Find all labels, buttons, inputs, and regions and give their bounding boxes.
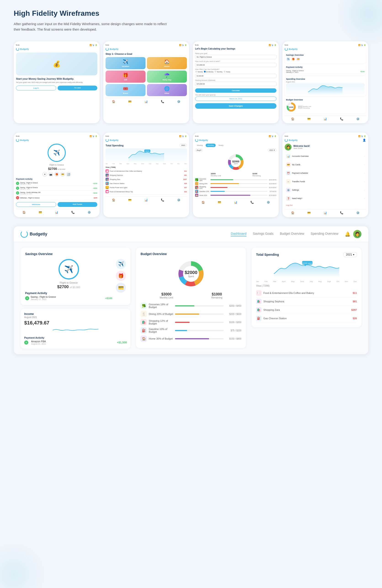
nav-chart-4[interactable]: 📊 bbox=[323, 117, 327, 121]
savings-icon-flight: ✈️ bbox=[286, 57, 290, 61]
nav-phone-4[interactable]: 📞 bbox=[340, 117, 343, 121]
choose-goal-title: Step 1: Choose a Goal bbox=[106, 53, 187, 55]
menu-accounts-overview[interactable]: 📊 Accounts Overview › bbox=[285, 152, 366, 160]
tab-yearly[interactable]: Yearly bbox=[217, 144, 225, 147]
nav-chart-6[interactable]: 📊 bbox=[144, 198, 148, 202]
amount-input[interactable] bbox=[195, 74, 276, 78]
desktop-goal-name: Flight to Greece bbox=[25, 281, 112, 284]
category-shopping: 🛍️ Shopping 12% $100/$350 bbox=[195, 186, 276, 189]
login-button[interactable]: Log in bbox=[16, 86, 56, 90]
nav-settings-7[interactable]: ⚙️ bbox=[267, 201, 270, 204]
nav-spending-overview[interactable]: Spending Overview bbox=[311, 232, 338, 236]
income-payment-icon: S bbox=[24, 340, 28, 345]
app-logo-7: Budgetly bbox=[195, 139, 276, 142]
nav-chart-8[interactable]: 📊 bbox=[323, 211, 327, 214]
nav-card[interactable]: 💳 bbox=[128, 100, 132, 103]
save-changes-button[interactable]: Save Changes bbox=[195, 103, 276, 109]
nav-home-7[interactable]: 🏠 bbox=[202, 201, 205, 204]
action-gift[interactable]: 🎁 bbox=[54, 172, 59, 176]
nav-home-6[interactable]: 🏠 bbox=[112, 198, 115, 202]
signup-button[interactable]: I'm new bbox=[58, 86, 97, 90]
nav-chart-7[interactable]: 📊 bbox=[234, 201, 237, 204]
tab-weekly[interactable]: Weekly bbox=[195, 144, 205, 147]
nav-card-8[interactable]: 💳 bbox=[307, 211, 311, 214]
goal-gift[interactable]: 🎁 Gift bbox=[106, 71, 146, 83]
calc-form: Name your goal How much do you need to s… bbox=[195, 51, 276, 103]
action-x[interactable]: ✕ bbox=[43, 172, 47, 176]
logout-button[interactable]: Log Out bbox=[285, 203, 366, 207]
nav-home-8[interactable]: 🏠 bbox=[291, 211, 294, 214]
save-amount-input[interactable] bbox=[195, 63, 276, 67]
category-dining: 🍴 Dining 20% $200/$400 bbox=[195, 182, 276, 185]
menu-my-cards[interactable]: 💳 My Cards › bbox=[285, 161, 366, 168]
action-refresh[interactable]: 🔄 bbox=[66, 172, 71, 176]
year-selector[interactable]: 2021 ▾ bbox=[343, 252, 357, 257]
add-funds-button[interactable]: Add Funds bbox=[58, 202, 97, 207]
desktop-total-spending-card: Total Spending 2021 ▾ bbox=[251, 248, 361, 327]
budget-big-donut: $2000 Spent bbox=[227, 153, 245, 171]
nav-home[interactable]: 🏠 bbox=[112, 100, 115, 103]
nav-chart-5[interactable]: 📊 bbox=[55, 211, 58, 214]
nav-card-4[interactable]: 💳 bbox=[307, 117, 311, 121]
nav-chart[interactable]: 📊 bbox=[144, 100, 148, 103]
spending-chart bbox=[286, 83, 365, 95]
goal-house[interactable]: 🏠 House bbox=[147, 57, 187, 69]
bottom-nav-6: 🏠 💳 📊 📞 ⚙️ bbox=[106, 196, 187, 202]
desktop-avatar[interactable]: 👩 bbox=[353, 230, 361, 238]
logo-circle bbox=[16, 47, 19, 51]
intro-title: Start your Money Saving Journey With Bud… bbox=[16, 77, 97, 80]
payment-item-2: S Saving - Flight to Greece January 5, 2… bbox=[16, 186, 97, 191]
desktop-income-card: Income August 2021 $16,479.67 Payment Ac… bbox=[21, 309, 131, 349]
expense-food: 🍽️ Food & Entertainment Ella Coffee and … bbox=[106, 169, 187, 173]
svg-point-20 bbox=[304, 264, 306, 266]
nav-phone-8[interactable]: 📞 bbox=[340, 211, 343, 214]
goal-other[interactable]: 🌐 Other bbox=[147, 84, 187, 96]
nav-phone-6[interactable]: 📞 bbox=[161, 198, 164, 202]
notification-icon[interactable]: 🔔 bbox=[345, 231, 350, 237]
withdraw-button[interactable]: Withdraw bbox=[16, 202, 56, 207]
desktop-content-grid: Savings Overview ✈️ Flight to Greece $27… bbox=[14, 242, 368, 354]
desktop-logo: Budgetly bbox=[21, 231, 47, 238]
goal-vacation[interactable]: ✈️ Vacation bbox=[106, 57, 146, 69]
action-camera[interactable]: 📷 bbox=[48, 172, 53, 176]
phone-choose-goal: 9:41 📶 📡 🔋 Budgetly Step 1: Choose a Goa… bbox=[103, 41, 189, 123]
expense-lights: 💡 Florida Power and Lights $57 bbox=[106, 186, 187, 189]
nav-phone-5[interactable]: 📞 bbox=[71, 211, 75, 214]
nav-home-5[interactable]: 🏠 bbox=[22, 211, 26, 214]
nav-home-4[interactable]: 🏠 bbox=[291, 117, 294, 121]
savings-goal-card: 💳 bbox=[116, 283, 126, 293]
nav-settings[interactable]: ⚙️ bbox=[177, 100, 180, 103]
nav-budget-overview[interactable]: Budget Overview bbox=[280, 232, 304, 236]
calculate-button[interactable]: Calculate bbox=[195, 88, 276, 93]
phone-grid-row1: 9:41 📶 📡 🔋 Budgetly 💰 Start your Money S… bbox=[14, 41, 368, 123]
svg-text:$2000 spent: $2000 spent bbox=[302, 262, 313, 264]
nav-phone-7[interactable]: 📞 bbox=[250, 201, 254, 204]
expense-food2: 🍽️ Food & Entertainment Brace Top $42 bbox=[106, 189, 187, 194]
menu-settings[interactable]: ⚙️ Settings › bbox=[285, 186, 366, 194]
start-amount-input[interactable] bbox=[195, 82, 276, 86]
nav-settings-8[interactable]: ⚙️ bbox=[356, 211, 360, 214]
nav-settings-6[interactable]: ⚙️ bbox=[177, 198, 180, 202]
nav-settings-4[interactable]: ⚙️ bbox=[356, 117, 360, 121]
fund-action-row: Withdraw Add Funds bbox=[16, 202, 97, 207]
nav-dashboard[interactable]: Dashboard bbox=[231, 232, 247, 236]
menu-payment-schedule[interactable]: ⏰ Payment schedule › bbox=[285, 169, 366, 177]
nav-card-7[interactable]: 💳 bbox=[218, 201, 221, 204]
desktop-exp-shopping1: 🛍️ Shopping Sephora $81 bbox=[256, 297, 357, 306]
app-logo-8: Budgetly 👤 bbox=[285, 139, 366, 142]
nav-savings-goals[interactable]: Savings Goals bbox=[253, 232, 273, 236]
goal-event[interactable]: 🎟️ Event bbox=[106, 84, 146, 96]
desktop-cat-gasoline: ⛽ Gasoline 10% of Budget $75 / $200 bbox=[140, 327, 241, 334]
app-logo-4: Budgetly bbox=[285, 47, 366, 51]
goal-name-input[interactable] bbox=[195, 55, 276, 59]
nav-card-5[interactable]: 💳 bbox=[39, 211, 42, 214]
goal-rainy-day[interactable]: ☂️ Rainy Day bbox=[147, 71, 187, 83]
nav-settings-5[interactable]: ⚙️ bbox=[88, 211, 91, 214]
nav-card-6[interactable]: 💳 bbox=[128, 198, 132, 202]
menu-transfer-funds[interactable]: ↔️ Transfer Funds › bbox=[285, 178, 366, 186]
nav-phone[interactable]: 📞 bbox=[161, 100, 164, 103]
action-card[interactable]: 💳 bbox=[60, 172, 65, 176]
tab-monthly[interactable]: Monthly bbox=[206, 144, 216, 147]
flight-icon-circle: ✈️ bbox=[47, 144, 66, 162]
menu-need-help[interactable]: ❓ Need Help? › bbox=[285, 194, 366, 202]
